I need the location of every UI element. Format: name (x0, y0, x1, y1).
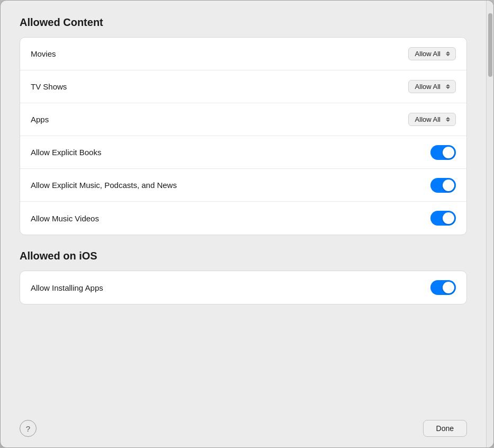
tvshows-label: TV Shows (31, 82, 67, 91)
explicit-books-thumb (443, 147, 454, 158)
footer: ? Done (1, 413, 486, 447)
music-videos-label: Allow Music Videos (31, 214, 99, 223)
explicit-music-thumb (443, 180, 454, 191)
explicit-books-label: Allow Explicit Books (31, 148, 101, 157)
allowed-content-title: Allowed Content (20, 16, 467, 29)
arrow-down-icon (446, 54, 450, 56)
movies-select-value: Allow All (415, 50, 441, 58)
tvshows-select[interactable]: Allow All (408, 80, 456, 93)
installing-apps-row: Allow Installing Apps (20, 271, 466, 304)
apps-label: Apps (31, 115, 49, 124)
arrow-up-icon (446, 51, 450, 53)
main-content: Allowed Content Movies Allow All TV (1, 1, 486, 413)
allowed-ios-card: Allow Installing Apps (20, 271, 467, 304)
done-button[interactable]: Done (423, 420, 467, 437)
scrollbar-thumb[interactable] (488, 13, 492, 77)
explicit-books-track (430, 145, 456, 160)
apps-select-value: Allow All (415, 115, 441, 123)
help-button[interactable]: ? (20, 420, 37, 437)
apps-select[interactable]: Allow All (408, 113, 456, 126)
scrollbar[interactable] (486, 1, 493, 447)
explicit-music-track (430, 178, 456, 193)
tvshows-row: TV Shows Allow All (20, 70, 466, 103)
main-window: Allowed Content Movies Allow All TV (0, 0, 494, 448)
installing-apps-thumb (443, 282, 454, 293)
movies-label: Movies (31, 49, 56, 58)
allowed-content-section: Allowed Content Movies Allow All TV (20, 16, 467, 250)
movies-row: Movies Allow All (20, 38, 466, 70)
movies-select[interactable]: Allow All (408, 47, 456, 60)
explicit-music-row: Allow Explicit Music, Podcasts, and News (20, 169, 466, 202)
music-videos-toggle[interactable] (430, 211, 456, 226)
arrow-down-icon (446, 87, 450, 89)
explicit-music-label: Allow Explicit Music, Podcasts, and News (31, 181, 177, 190)
allowed-ios-title: Allowed on iOS (20, 250, 467, 262)
music-videos-row: Allow Music Videos (20, 202, 466, 235)
tvshows-select-arrows (446, 84, 450, 89)
explicit-books-toggle[interactable] (430, 145, 456, 160)
movies-select-arrows (446, 51, 450, 56)
apps-row: Apps Allow All (20, 103, 466, 136)
installing-apps-label: Allow Installing Apps (31, 283, 103, 292)
explicit-books-row: Allow Explicit Books (20, 136, 466, 169)
installing-apps-track (430, 280, 456, 295)
tvshows-select-value: Allow All (415, 83, 441, 91)
allowed-content-card: Movies Allow All TV Shows Allow All (20, 37, 467, 235)
music-videos-thumb (443, 212, 454, 224)
allowed-ios-section: Allowed on iOS Allow Installing Apps (20, 250, 467, 319)
arrow-up-icon (446, 84, 450, 86)
arrow-up-icon (446, 117, 450, 119)
music-videos-track (430, 211, 456, 226)
apps-select-arrows (446, 117, 450, 122)
arrow-down-icon (446, 120, 450, 122)
explicit-music-toggle[interactable] (430, 178, 456, 193)
installing-apps-toggle[interactable] (430, 280, 456, 295)
